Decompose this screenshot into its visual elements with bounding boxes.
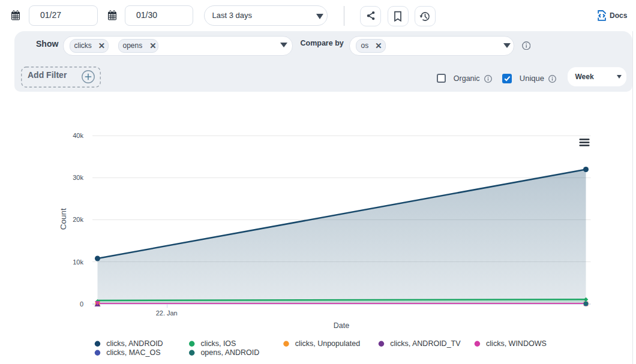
svg-text:clicks, Unpopulated: clicks, Unpopulated [295, 339, 360, 348]
svg-text:clicks, ANDROID_TV: clicks, ANDROID_TV [390, 339, 461, 348]
svg-text:clicks, ANDROID: clicks, ANDROID [106, 339, 163, 348]
svg-text:clicks, MAC_OS: clicks, MAC_OS [106, 348, 160, 357]
svg-text:opens, ANDROID: opens, ANDROID [200, 348, 259, 357]
svg-text:clicks, WINDOWS: clicks, WINDOWS [486, 339, 547, 348]
svg-text:40k: 40k [73, 132, 83, 139]
svg-text:20k: 20k [73, 216, 83, 223]
svg-text:30k: 30k [73, 174, 83, 181]
svg-text:0: 0 [80, 300, 83, 308]
svg-text:clicks, IOS: clicks, IOS [200, 339, 236, 348]
svg-text:Date: Date [334, 321, 349, 330]
svg-text:Count: Count [59, 208, 68, 230]
svg-text:22. Jan: 22. Jan [156, 309, 178, 317]
svg-text:10k: 10k [73, 258, 83, 266]
